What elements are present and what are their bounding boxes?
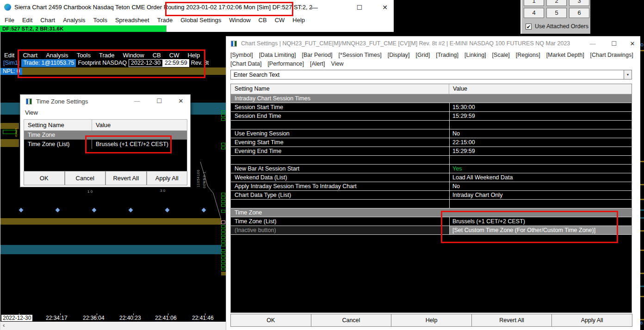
setting-name-cell[interactable]: Use Evening Session [231,129,449,138]
table-row[interactable]: Evening Start Time22:15:00 [231,138,632,147]
setting-name-cell[interactable]: Time Zone (List) [24,140,92,149]
setting-value-cell[interactable]: 22:15:00 [449,138,632,147]
menu-item-window[interactable]: Window [229,17,250,24]
tab-alert[interactable]: [Alert] [310,61,325,67]
tab-scale[interactable]: [Scale] [492,52,510,58]
use-attached-orders[interactable]: ✔ Use Attached Orders [526,23,588,30]
dropdown-arrow-icon[interactable]: ▼ [624,70,632,79]
setting-name-cell[interactable]: Weekend Data (List) [231,173,449,182]
menu-item-trade[interactable]: Trade [157,17,173,24]
tab-view[interactable]: View [331,61,344,67]
tab-chart-data[interactable]: [Chart Data] [230,61,261,67]
volume-box [221,260,225,263]
tab-data-limiting[interactable]: [Data Limiting] [259,52,296,58]
minimize-button[interactable]: — [305,2,324,13]
checkbox-icon[interactable]: ✔ [526,24,532,30]
table-row[interactable]: Evening End Time15:29:59 [231,147,632,156]
quick-button-4[interactable]: 4 [524,8,544,18]
quick-button-1[interactable]: 1 [524,0,544,6]
checkbox-label: Use Attached Orders [535,23,588,30]
volume-box [221,200,225,203]
revert-all-button[interactable]: Revert All [471,314,552,327]
menu-item-help[interactable]: Help [292,17,305,24]
minimize-button[interactable]: — [586,39,599,49]
scroll-left-icon[interactable]: ‹ [3,322,5,329]
setting-name-cell[interactable]: Chart Data Type (List) [231,191,449,199]
settings-tabs-row1: [Symbol][Data Limiting][Bar Period][*Ses… [226,50,641,59]
menu-item-tools[interactable]: Tools [93,17,107,24]
menu-item-global-settings[interactable]: Global Settings [180,17,221,24]
maximize-button[interactable]: ☐ [153,97,166,106]
window-title: Chart Settings | NQH23_FUT_CME[M]/MNQH23… [241,40,570,47]
search-input[interactable] [231,70,622,79]
setting-name-cell[interactable]: Evening Start Time [231,138,449,147]
table-row[interactable]: Session End Time15:29:59 [231,112,632,121]
tab-chart-drawings[interactable]: [Chart Drawings] [590,52,633,58]
setting-name-cell[interactable]: Session End Time [231,112,449,120]
setting-value-cell[interactable]: Yes [449,165,632,173]
ok-button[interactable]: OK [24,171,65,185]
setting-value-cell[interactable]: 15:30:00 [449,103,632,111]
minimize-button[interactable]: — [130,97,143,106]
apply-all-button[interactable]: Apply All [147,171,188,185]
quick-button-2[interactable]: 2 [546,0,567,6]
setting-value-cell[interactable]: Load All Weekend Data [449,173,632,182]
menu-item-cw[interactable]: CW [275,17,285,24]
menu-item-analysis[interactable]: Analysis [63,17,85,24]
tab-bar-period[interactable]: [Bar Period] [302,52,333,58]
column-header-value: Value [92,120,111,130]
table-row[interactable]: Use Evening SessionNo [231,129,632,138]
menu-item-file[interactable]: File [5,17,14,24]
tab-session-times[interactable]: [*Session Times] [339,52,382,58]
menu-item-edit[interactable]: Edit [22,17,32,24]
help-button[interactable]: Help [391,314,472,327]
tab-symbol[interactable]: [Symbol] [230,52,253,58]
menu-item-spreadsheet[interactable]: Spreadsheet [115,17,149,24]
revert-all-button[interactable]: Revert All [105,171,147,185]
ok-button[interactable]: OK [230,314,311,327]
table-row [231,121,632,129]
apply-all-button[interactable]: Apply All [551,314,632,327]
menu-item-cb[interactable]: CB [259,17,267,24]
maximize-button[interactable]: ☐ [607,39,620,49]
highlight-rect-chart-menu [18,49,205,78]
close-button[interactable]: ✕ [174,97,187,106]
maximize-button[interactable]: ☐ [350,2,369,13]
close-button[interactable]: ✕ [626,39,639,49]
table-row[interactable]: Chart Data Type (List)Intraday Chart Onl… [231,191,632,200]
setting-value-cell[interactable]: No [449,182,632,190]
quick-button-6[interactable]: 6 [569,8,589,18]
cancel-button[interactable]: Cancel [311,314,392,327]
table-row[interactable]: Session Start Time15:30:00 [231,103,632,112]
setting-name-cell[interactable]: New Bar At Session Start [231,165,449,173]
quick-button-3[interactable]: 3 [569,0,589,6]
cancel-button[interactable]: Cancel [65,171,106,185]
tab-regions[interactable]: [Regions] [516,52,540,58]
table-row[interactable]: Apply Intraday Session Times To Intraday… [231,182,632,191]
setting-value-cell[interactable]: No [449,129,632,138]
horizontal-scrollbar[interactable]: ‹ [0,322,226,330]
tab-display[interactable]: [Display] [388,52,410,58]
setting-name-cell[interactable]: Evening End Time [231,147,449,155]
setting-name-cell[interactable]: Session Start Time [231,103,449,111]
setting-value-cell[interactable]: 15:29:59 [449,112,632,120]
menu-item-chart[interactable]: Chart [40,17,55,24]
setting-value-cell[interactable]: Intraday Chart Only [449,191,632,199]
tab-grid[interactable]: [Grid] [416,52,430,58]
tab-market-depth[interactable]: [Market Depth] [546,52,584,58]
table-row[interactable]: New Bar At Session StartYes [231,165,632,173]
table-row [231,156,632,165]
volume-box [221,257,225,259]
quick-button-5[interactable]: 5 [546,8,567,18]
status-bar: DF:527 ST:2, 2 BR:31.6K [0,25,167,32]
tab-trading[interactable]: [Trading] [436,52,458,58]
setting-name-cell[interactable]: Apply Intraday Session Times To Intraday… [231,182,449,190]
tab-linking[interactable]: [Linking] [464,52,486,58]
menu-view[interactable]: View [25,109,38,116]
setting-name-cell[interactable]: Time Zone (List) [231,217,449,226]
close-button[interactable]: ✕ [376,2,394,13]
tab-performance[interactable]: [Performance] [267,61,304,67]
table-row[interactable]: Weekend Data (List)Load All Weekend Data [231,173,632,182]
setting-value-cell[interactable]: 15:29:59 [449,147,632,155]
setting-name-cell[interactable]: (Inactive button) [231,226,449,234]
